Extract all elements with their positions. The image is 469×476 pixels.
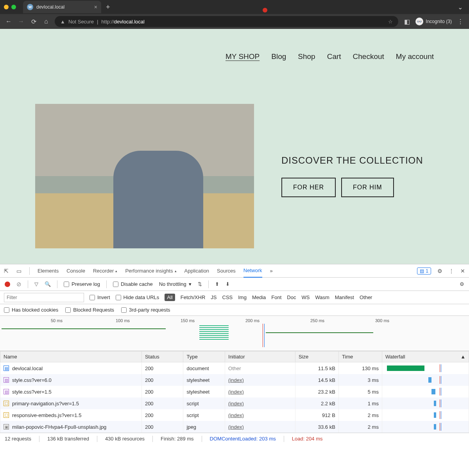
search-icon[interactable]: 🔍	[45, 281, 51, 287]
request-initiator[interactable]: (index)	[228, 412, 244, 418]
browser-tab[interactable]: W devlocal.local ×	[23, 1, 101, 13]
request-initiator[interactable]: (index)	[228, 401, 244, 406]
browser-menu-icon[interactable]: ⋮	[456, 18, 464, 25]
table-header-row[interactable]: NameStatusTypeInitiatorSizeTimeWaterfall…	[0, 351, 469, 362]
request-time: 5 ms	[338, 386, 382, 398]
more-tabs-icon[interactable]: »	[270, 268, 273, 274]
nav-item-checkout[interactable]: Checkout	[353, 52, 384, 61]
status-load: Load: 204 ms	[292, 436, 323, 442]
incognito-badge[interactable]: 👓 Incognito (3)	[415, 18, 452, 25]
inspect-element-icon[interactable]: ⇱	[4, 268, 9, 274]
filter-input[interactable]	[4, 293, 84, 302]
table-row[interactable]: ☐responsive-embeds.js?ver=1.5200script(i…	[0, 409, 469, 421]
devtools-tab-performance-insights[interactable]: Performance insights ▴	[125, 268, 176, 274]
url-field[interactable]: ▲ Not Secure | http://devlocal.local ☆	[55, 16, 398, 27]
network-timeline[interactable]: 50 ms100 ms150 ms200 ms250 ms300 ms	[0, 316, 469, 351]
filter-type-img[interactable]: Img	[238, 294, 247, 300]
col-status[interactable]: Status	[141, 351, 183, 362]
new-tab-button[interactable]: +	[106, 3, 110, 11]
window-controls[interactable]	[4, 5, 16, 9]
filter-type-wasm[interactable]: Wasm	[315, 294, 329, 300]
devtools-tab-sources[interactable]: Sources	[217, 268, 236, 274]
forward-button[interactable]: →	[17, 18, 25, 25]
filter-type-media[interactable]: Media	[252, 294, 266, 300]
request-initiator[interactable]: (index)	[228, 389, 244, 395]
page-viewport: MY SHOPBlogShopCartCheckoutMy account DI…	[0, 29, 469, 264]
nav-item-cart[interactable]: Cart	[327, 52, 341, 61]
filter-type-js[interactable]: JS	[211, 294, 217, 300]
devtools-menu-icon[interactable]: ⋮	[449, 268, 454, 274]
hide-data-urls-checkbox[interactable]: Hide data URLs	[116, 294, 159, 300]
for-her-button[interactable]: FOR HER	[281, 178, 336, 197]
filter-type-fetchxhr[interactable]: Fetch/XHR	[181, 294, 206, 300]
record-button[interactable]	[5, 282, 10, 287]
back-button[interactable]: ←	[5, 18, 13, 25]
home-button[interactable]: ⌂	[42, 18, 50, 25]
filter-has-blocked-cookies[interactable]: Has blocked cookies	[4, 307, 58, 313]
devtools-tab-recorder[interactable]: Recorder ▴	[93, 268, 117, 274]
col-name[interactable]: Name	[0, 351, 142, 362]
nav-item-my-account[interactable]: My account	[396, 52, 434, 61]
filter-type-doc[interactable]: Doc	[287, 294, 296, 300]
nav-item-my-shop[interactable]: MY SHOP	[226, 52, 260, 61]
import-har-icon[interactable]: ⬆	[215, 281, 219, 287]
close-devtools-icon[interactable]: ✕	[460, 268, 465, 274]
panel-icon[interactable]: ◧	[403, 18, 411, 25]
export-har-icon[interactable]: ⬇	[226, 281, 230, 287]
throttling-select[interactable]: No throttling▾	[159, 281, 192, 287]
network-settings-gear-icon[interactable]: ⚙	[460, 281, 464, 287]
request-initiator[interactable]: (index)	[228, 377, 244, 383]
col-size[interactable]: Size	[295, 351, 338, 362]
network-conditions-icon[interactable]: ⇅	[198, 281, 202, 287]
device-toggle-icon[interactable]: ▭	[16, 268, 21, 274]
close-tab-icon[interactable]: ×	[94, 4, 97, 10]
devtools-tab-elements[interactable]: Elements	[38, 268, 59, 274]
bookmark-star-icon[interactable]: ☆	[388, 19, 393, 25]
devtools-tab-network[interactable]: Network	[243, 264, 262, 278]
table-row[interactable]: ▤devlocal.local200documentOther11.5 kB13…	[0, 362, 469, 374]
devtools-tab-application[interactable]: Application	[184, 268, 209, 274]
network-filters-row2: Has blocked cookiesBlocked Requests3rd-p…	[0, 304, 469, 316]
filter-type-font[interactable]: Font	[271, 294, 281, 300]
filter-type-ws[interactable]: WS	[301, 294, 310, 300]
filter-type-other[interactable]: Other	[360, 294, 372, 300]
table-row[interactable]: ☐primary-navigation.js?ver=1.5200script(…	[0, 398, 469, 409]
close-window-icon[interactable]	[263, 8, 267, 12]
filter-type-manifest[interactable]: Manifest	[335, 294, 354, 300]
request-size: 11.5 kB	[295, 362, 338, 374]
minimize-window-icon[interactable]	[4, 5, 9, 9]
filter-type-css[interactable]: CSS	[222, 294, 233, 300]
disable-cache-checkbox[interactable]: Disable cache	[113, 281, 153, 287]
for-him-button[interactable]: FOR HIM	[341, 178, 394, 197]
devtools-tab-console[interactable]: Console	[66, 268, 85, 274]
request-initiator[interactable]: (index)	[228, 424, 244, 430]
settings-gear-icon[interactable]: ⚙	[437, 268, 442, 274]
col-type[interactable]: Type	[183, 351, 225, 362]
filter-toggle-icon[interactable]: ▽	[34, 281, 38, 287]
request-name: style.css?ver=1.5	[12, 389, 52, 395]
reload-button[interactable]: ⟳	[30, 18, 38, 25]
clear-button[interactable]: ⊘	[16, 281, 21, 288]
col-waterfall[interactable]: Waterfall▲	[382, 351, 469, 362]
request-name: primary-navigation.js?ver=1.5	[12, 401, 79, 406]
invert-checkbox[interactable]: Invert	[90, 294, 110, 300]
timeline-tick: 300 ms	[375, 318, 389, 323]
waterfall-cell	[385, 411, 465, 419]
table-row[interactable]: ▧style.css?ver=1.5200stylesheet(index)23…	[0, 386, 469, 398]
col-initiator[interactable]: Initiator	[225, 351, 295, 362]
filter-blocked-requests[interactable]: Blocked Requests	[65, 307, 114, 313]
tabs-dropdown-icon[interactable]: ⌄	[458, 4, 463, 11]
nav-item-blog[interactable]: Blog	[271, 52, 286, 61]
filter-type-all[interactable]: All	[165, 294, 175, 301]
issues-badge[interactable]: ▤ 1	[417, 267, 431, 275]
browser-chrome: W devlocal.local × + ⌄ ← → ⟳ ⌂ ▲ Not Sec…	[0, 0, 469, 29]
table-row[interactable]: ▣milan-popovic-FHvpa4-Fpu8-unsplash.jpg2…	[0, 421, 469, 433]
nav-item-shop[interactable]: Shop	[298, 52, 315, 61]
preserve-log-checkbox[interactable]: Preserve log	[64, 281, 100, 287]
col-time[interactable]: Time	[338, 351, 382, 362]
timeline-tick: 250 ms	[310, 318, 324, 323]
table-row[interactable]: ▧style.css?ver=6.0200stylesheet(index)14…	[0, 374, 469, 386]
request-name: milan-popovic-FHvpa4-Fpu8-unsplash.jpg	[12, 424, 106, 430]
maximize-window-icon[interactable]	[11, 5, 16, 9]
filter-3rd-party-requests[interactable]: 3rd-party requests	[121, 307, 170, 313]
